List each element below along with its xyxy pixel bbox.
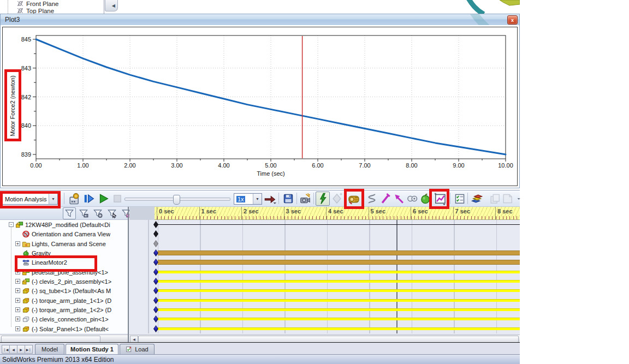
expand-icon[interactable]: + (15, 317, 20, 321)
save-animation-button[interactable] (281, 192, 295, 206)
motion-change-bar[interactable] (158, 260, 520, 265)
force-icon (393, 193, 405, 205)
tree-item-solar-panel-1-default[interactable]: +(-) Solar_Panel<1> (Default< (8, 324, 128, 333)
motion-study-properties-button[interactable] (453, 192, 467, 206)
tree-item-orientation-and-camera-view[interactable]: Orientation and Camera View (8, 229, 128, 238)
force-button[interactable] (392, 192, 406, 206)
expand-icon[interactable]: + (15, 270, 20, 275)
filter-driving-button[interactable] (91, 207, 104, 219)
animation-wizard-button[interactable] (298, 192, 312, 206)
component-change-bar[interactable] (158, 271, 520, 273)
svg-text:1.00: 1.00 (77, 162, 88, 169)
timebar-position-slider[interactable] (124, 198, 230, 201)
key-diamond-black[interactable] (153, 230, 158, 237)
tree-item-pedestal-pole-assembly-1[interactable]: +pedestal_pole_assembly<1> (8, 267, 128, 277)
timeline-hscrollbar[interactable]: ◀ (129, 335, 520, 342)
timeline-ruler[interactable]: 0 sec1 sec2 sec3 sec4 sec5 sec6 sec7 sec… (155, 207, 520, 220)
prev-tab-icon[interactable]: ◀ (9, 345, 17, 354)
tree-item-clevis-connection-pin-1[interactable]: +(-) clevis_connection_pin<1> (8, 314, 128, 324)
component-change-bar[interactable] (158, 308, 520, 311)
svg-text:2.00: 2.00 (124, 162, 135, 169)
last-tab-icon[interactable]: ▶❘ (25, 345, 33, 354)
play-button[interactable] (96, 192, 110, 206)
timeline-row-1 (129, 229, 520, 238)
key-diamond-gray[interactable] (153, 240, 158, 247)
filter-selected-button[interactable] (105, 207, 118, 219)
filter-none-button[interactable] (63, 207, 76, 219)
timeline-row-11 (129, 324, 520, 333)
tree-item-label: (-) sq_tube<1> (Default<As M (32, 288, 111, 294)
stop-button[interactable] (110, 192, 124, 206)
document-tabs-row: ❘◀ ◀ ▶ ▶❘ ModelMotion Study 1Load (0, 342, 520, 354)
key-diamond-blue[interactable] (153, 315, 158, 323)
tree-item-gravity[interactable]: Gravity (8, 248, 128, 258)
expand-icon[interactable]: + (15, 326, 20, 331)
tree-item-12kw48p-modified-default-di[interactable]: -12KW48P_modified (Default<Di (8, 220, 128, 229)
filter-animated-button[interactable] (77, 207, 90, 219)
expand-icon[interactable]: + (15, 288, 20, 293)
plane-icon (16, 1, 24, 7)
tree-item-sq-tube-1-default-as-m[interactable]: +(-) sq_tube<1> (Default<As M (8, 286, 128, 295)
spring-button[interactable] (365, 192, 379, 206)
component-change-bar[interactable] (158, 280, 520, 283)
key-diamond-blue[interactable] (153, 287, 158, 294)
flyout-collapse-handle[interactable]: ◀ (105, 0, 118, 11)
contact-button[interactable] (405, 192, 419, 206)
motion-change-bar[interactable] (158, 250, 520, 255)
study-type-select[interactable]: Motion Analysis ▼ (2, 193, 58, 205)
tree-item-label: (-) torque_arm_plate_1<1> (D (32, 297, 111, 304)
auto-key-button[interactable] (316, 192, 330, 206)
expand-icon[interactable]: + (15, 298, 20, 303)
solidworks-screen: Front Plane Top Plane ◀ Plot3 x 84584384… (0, 0, 629, 364)
key-diamond-blue[interactable] (153, 306, 158, 313)
expand-icon[interactable]: + (15, 279, 20, 284)
playback-speed-select[interactable]: 1x ▼ (234, 193, 262, 205)
collapse-icon[interactable]: - (9, 222, 14, 227)
tree-item-torque-arm-plate-1-2-d[interactable]: +(-) torque_arm_plate_1<2> (D (8, 305, 128, 314)
tree-item-linearmotor2[interactable]: LinearMotor2 (8, 258, 128, 267)
component-change-bar[interactable] (158, 318, 520, 320)
lmotor-icon (22, 259, 30, 266)
more-button[interactable] (512, 192, 526, 206)
key-diamond-black[interactable] (153, 221, 158, 228)
damper-button[interactable] (379, 192, 393, 206)
component-change-bar[interactable] (158, 327, 520, 330)
first-tab-icon[interactable]: ❘◀ (2, 345, 10, 354)
tree-item-lights-cameras-and-scene[interactable]: +Lights, Cameras and Scene (8, 239, 128, 248)
expand-icon[interactable]: + (15, 241, 20, 246)
tree-item-front-plane[interactable]: Front Plane (16, 0, 58, 7)
key-diamond-blue[interactable] (153, 268, 158, 276)
lights-icon (22, 240, 30, 248)
key-diamond-blue[interactable] (153, 325, 158, 332)
motor-button[interactable] (347, 192, 361, 206)
background-feature-tree: Front Plane Top Plane ◀ (0, 0, 520, 14)
results-and-plots-button[interactable] (433, 192, 447, 206)
tree-item-clevis-2-pin-assembly-1[interactable]: +(-) clevis_2_pin_assembly<1> (8, 277, 128, 286)
next-tab-icon[interactable]: ▶ (17, 345, 25, 354)
plot3-titlebar[interactable]: Plot3 x (1, 14, 519, 26)
motor-icon (347, 192, 360, 205)
tree-hscrollbar[interactable] (0, 335, 128, 342)
tab-motion-study-1[interactable]: Motion Study 1 (66, 344, 118, 354)
expand-icon[interactable]: + (15, 307, 20, 312)
calculate-button[interactable] (67, 192, 81, 206)
component-change-bar[interactable] (158, 299, 520, 302)
gravity-button[interactable] (418, 192, 432, 206)
playback-mode-button[interactable] (263, 192, 277, 206)
tree-timeline-splitter[interactable] (128, 207, 129, 342)
tab-load[interactable]: Load (120, 344, 155, 354)
component-change-bar[interactable] (158, 289, 520, 292)
slider-thumb[interactable] (173, 195, 180, 205)
key-diamond-blue[interactable] (153, 297, 158, 304)
timeline-area[interactable] (129, 220, 520, 333)
close-button[interactable]: x (507, 15, 518, 25)
add-key-button[interactable] (330, 192, 344, 206)
tab-model[interactable]: Model (35, 344, 64, 354)
play-from-start-button[interactable] (82, 192, 96, 206)
toolbar-separator (64, 193, 64, 204)
motion-study-properties-icon (454, 193, 466, 205)
timeline-row-4 (129, 258, 520, 267)
tree-item-torque-arm-plate-1-1-d[interactable]: +(-) torque_arm_plate_1<1> (D (8, 296, 128, 305)
simulation-setup-button[interactable] (470, 192, 484, 206)
key-diamond-blue[interactable] (153, 278, 158, 285)
